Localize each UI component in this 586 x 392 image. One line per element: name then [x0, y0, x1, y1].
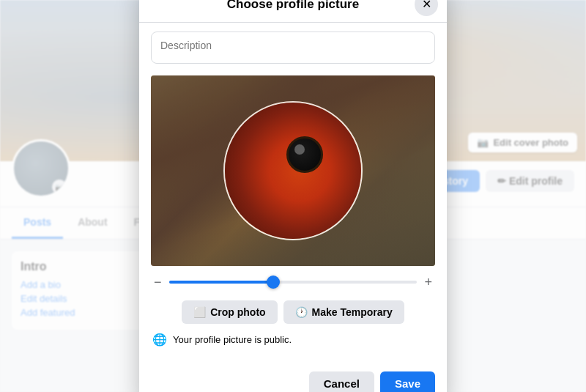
zoom-in-button[interactable]: +: [424, 275, 432, 290]
crop-photo-button[interactable]: ⬜ Crop photo: [182, 300, 277, 324]
slider-thumb[interactable]: [267, 275, 280, 289]
description-input[interactable]: [151, 32, 435, 64]
globe-icon: 🌐: [152, 333, 167, 347]
action-buttons-row: ⬜ Crop photo 🕐 Make Temporary: [151, 300, 435, 324]
modal-body: − + ⬜ Crop photo 🕐 Make Temporary: [139, 23, 447, 364]
close-icon: ✕: [422, 0, 431, 11]
monster-eye-detail: [286, 136, 323, 173]
privacy-row: 🌐 Your profile picture is public.: [151, 333, 435, 347]
choose-profile-picture-modal: Choose profile picture ✕ −: [139, 0, 447, 392]
modal-title: Choose profile picture: [227, 0, 359, 12]
cancel-label: Cancel: [324, 377, 360, 390]
modal-close-button[interactable]: ✕: [415, 0, 438, 16]
modal-footer: Cancel Save: [139, 364, 447, 393]
clock-icon: 🕐: [295, 306, 308, 318]
make-temporary-label: Make Temporary: [312, 306, 393, 318]
image-editor: [151, 75, 435, 266]
slider-track[interactable]: [169, 281, 418, 284]
save-label: Save: [395, 377, 420, 390]
make-temporary-button[interactable]: 🕐 Make Temporary: [283, 300, 404, 324]
zoom-out-button[interactable]: −: [154, 275, 162, 290]
modal-overlay: Choose profile picture ✕ −: [0, 0, 586, 392]
zoom-slider-row: − +: [151, 275, 435, 290]
slider-fill: [169, 281, 273, 284]
privacy-text: Your profile picture is public.: [173, 334, 292, 345]
cancel-button[interactable]: Cancel: [309, 371, 374, 393]
save-button[interactable]: Save: [380, 371, 435, 393]
circle-crop-preview: [223, 101, 363, 240]
crop-icon: ⬜: [193, 306, 206, 318]
modal-header: Choose profile picture ✕: [139, 0, 447, 23]
preview-image: [225, 103, 361, 239]
crop-photo-label: Crop photo: [210, 306, 265, 318]
